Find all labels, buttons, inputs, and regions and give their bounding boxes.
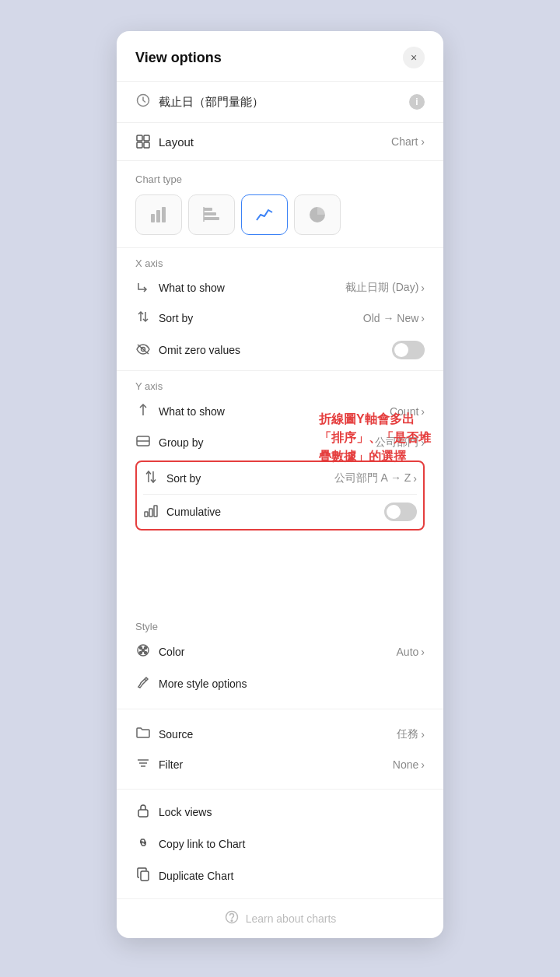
copy-icon (135, 867, 151, 884)
svg-rect-34 (138, 810, 148, 817)
layout-value[interactable]: Chart › (391, 135, 425, 148)
palette-icon (135, 643, 151, 660)
y-axis-label: Y axis (135, 380, 425, 392)
x-axis-omit-zero: Omit zero values (135, 333, 425, 367)
x-axis-sort-by[interactable]: Sort by Old → New › (135, 303, 425, 333)
lock-views-text: Lock views (159, 806, 212, 818)
brush-icon (135, 675, 151, 692)
svg-rect-7 (162, 207, 166, 222)
close-button[interactable]: × (403, 47, 425, 68)
group-icon (135, 435, 151, 450)
svg-rect-5 (151, 214, 155, 222)
svg-rect-36 (141, 871, 149, 881)
svg-rect-21 (145, 512, 148, 517)
svg-point-29 (142, 650, 145, 652)
svg-point-25 (140, 647, 142, 650)
y-axis-section: Y axis What to show Count › (117, 371, 443, 460)
cumulative-toggle[interactable] (384, 503, 417, 521)
search-row: 截止日（部門量能） i (117, 82, 443, 123)
svg-rect-10 (204, 217, 219, 220)
svg-rect-22 (149, 509, 152, 517)
up-arrow-icon (135, 403, 151, 419)
help-icon (224, 910, 240, 927)
copy-link-row[interactable]: Copy link to Chart (135, 828, 425, 860)
chart-type-line[interactable] (241, 194, 288, 235)
sort-updown-icon (143, 470, 159, 486)
svg-rect-6 (156, 210, 160, 222)
x-axis-label: X axis (135, 257, 425, 269)
chart-type-row (135, 194, 425, 235)
search-text: 截止日（部門量能） (159, 95, 401, 110)
svg-rect-4 (144, 142, 149, 148)
info-icon[interactable]: i (409, 94, 425, 110)
omit-zero-toggle[interactable] (392, 341, 425, 359)
arrow-bend-icon (135, 280, 151, 295)
duplicate-chart-text: Duplicate Chart (159, 870, 234, 882)
layout-icon (135, 134, 151, 149)
footer-row[interactable]: Learn about charts (117, 899, 443, 938)
links-section: Lock views Copy link to Chart Duplicate … (117, 790, 443, 899)
lock-icon (135, 804, 151, 821)
layout-label: Layout (159, 135, 194, 149)
svg-rect-8 (204, 208, 212, 211)
svg-line-30 (145, 679, 146, 681)
learn-about-charts-text: Learn about charts (246, 912, 337, 925)
lock-views-row[interactable]: Lock views (135, 796, 425, 828)
chart-type-section: Chart type (117, 161, 443, 248)
layout-left: Layout (135, 134, 194, 149)
duplicate-chart-row[interactable]: Duplicate Chart (135, 860, 425, 892)
style-section: Style Color Auto › (117, 611, 443, 709)
x-axis-section: X axis What to show 截止日期 (Day) › (117, 248, 443, 371)
y-axis-cumulative: Cumulative (143, 495, 417, 529)
highlighted-y-options: Sort by 公司部門 A → Z › (135, 460, 425, 531)
svg-rect-2 (144, 135, 149, 141)
filter-row[interactable]: Filter None › (135, 749, 425, 779)
source-row[interactable]: Source 任務 › (135, 719, 425, 749)
layout-row[interactable]: Layout Chart › (117, 123, 443, 161)
cumulative-icon (143, 504, 159, 520)
style-color[interactable]: Color Auto › (135, 636, 425, 667)
chart-type-label: Chart type (135, 173, 425, 185)
y-axis-wrapper: Y axis What to show Count › (117, 371, 443, 611)
copy-link-text: Copy link to Chart (159, 838, 245, 850)
svg-rect-9 (204, 212, 216, 215)
filter-icon (135, 757, 151, 772)
svg-rect-23 (154, 506, 157, 517)
chart-type-hbar[interactable] (188, 194, 235, 235)
chart-type-pie[interactable] (294, 194, 341, 235)
style-more-options[interactable]: More style options (135, 667, 425, 699)
svg-rect-1 (137, 135, 142, 141)
svg-point-26 (145, 647, 147, 650)
svg-rect-3 (137, 142, 142, 148)
style-label: Style (135, 621, 425, 632)
modal-title: View options (135, 50, 222, 66)
y-axis-group-by[interactable]: Group by 公司部門 › (135, 427, 425, 457)
sort-icon (135, 310, 151, 325)
eye-off-icon (135, 343, 151, 358)
link-icon (135, 836, 151, 852)
svg-point-28 (145, 652, 147, 654)
x-axis-what-to-show[interactable]: What to show 截止日期 (Day) › (135, 272, 425, 303)
y-axis-sort-by[interactable]: Sort by 公司部門 A → Z › (143, 462, 417, 495)
clock-icon (135, 93, 151, 111)
folder-icon (135, 727, 151, 741)
view-options-modal: View options × 截止日（部門量能） i Layout Cha (117, 31, 443, 938)
chart-type-bar[interactable] (135, 194, 182, 235)
modal-header: View options × (117, 31, 443, 82)
svg-point-27 (140, 652, 142, 654)
bottom-section: Source 任務 › Filter None (117, 709, 443, 790)
svg-point-38 (231, 920, 233, 922)
y-axis-what-to-show[interactable]: What to show Count › (135, 395, 425, 427)
